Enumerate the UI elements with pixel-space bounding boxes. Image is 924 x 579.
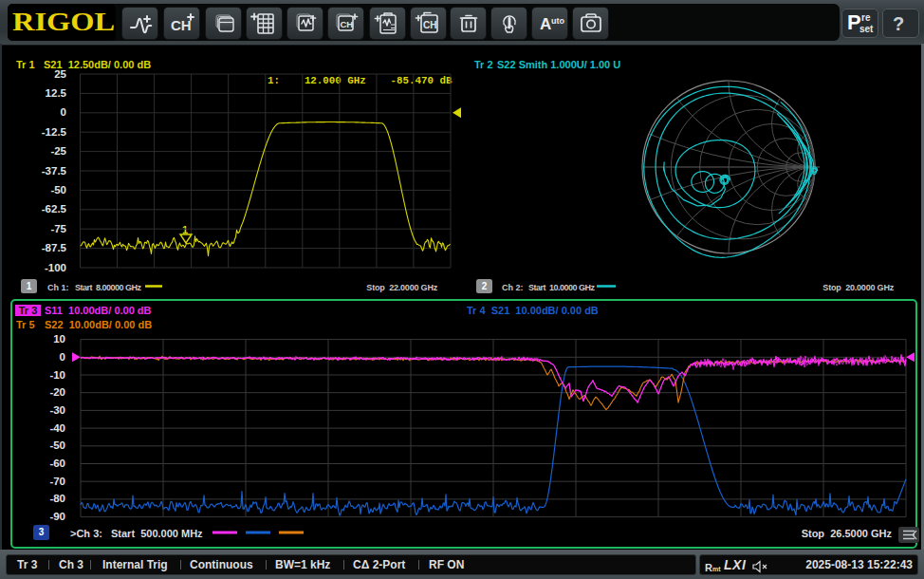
svg-text:CH: CH (341, 19, 354, 29)
svg-text:A: A (540, 15, 551, 33)
svg-text:uto: uto (551, 16, 564, 26)
svg-text:CH: CH (423, 20, 436, 30)
svg-text:CH: CH (171, 17, 192, 33)
